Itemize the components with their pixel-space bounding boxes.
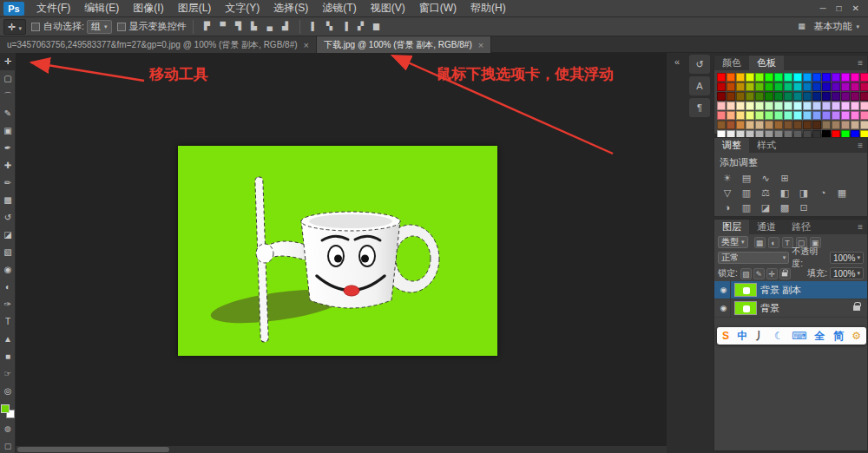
color-swatch[interactable] [727, 82, 735, 91]
history-panel-icon[interactable]: ↺ [689, 55, 710, 74]
photo-filter-icon[interactable]: ◨ [796, 187, 812, 200]
maximize-button[interactable]: □ [837, 0, 842, 16]
character-panel-icon[interactable]: A [689, 76, 710, 95]
color-swatch[interactable] [832, 92, 840, 101]
color-swatch[interactable] [717, 92, 726, 101]
color-swatch[interactable] [774, 121, 783, 129]
menu-item[interactable]: 帮助(H) [464, 0, 513, 16]
swatches-tab[interactable]: 颜色 [714, 56, 749, 70]
color-swatch[interactable] [717, 121, 726, 129]
color-swatch[interactable] [784, 102, 792, 110]
clone-stamp-tool[interactable]: ▩ [0, 192, 16, 209]
layer-thumbnail[interactable] [734, 301, 757, 315]
hue-saturation-icon[interactable]: ▥ [739, 187, 754, 200]
invert-icon[interactable]: ◑ [720, 201, 735, 214]
align-left-edges-icon[interactable]: ▛ [201, 20, 214, 33]
color-swatch[interactable] [774, 111, 783, 120]
color-swatch[interactable] [746, 82, 754, 91]
color-swatch[interactable] [774, 102, 783, 110]
color-swatch[interactable] [717, 111, 726, 120]
color-balance-icon[interactable]: ⚖ [758, 187, 773, 200]
color-swatch[interactable] [860, 92, 868, 101]
color-swatch[interactable] [765, 92, 773, 101]
color-swatch[interactable] [812, 121, 821, 129]
color-swatch[interactable] [717, 82, 726, 91]
color-swatch[interactable] [832, 111, 840, 120]
color-swatch[interactable] [860, 82, 868, 91]
path-selection-tool[interactable]: ▲ [0, 331, 16, 348]
color-swatch[interactable] [755, 82, 764, 91]
align-horizontal-centers-icon[interactable]: ▀ [216, 20, 230, 33]
blur-tool[interactable]: ◉ [0, 261, 16, 279]
curves-icon[interactable]: ∿ [758, 172, 773, 185]
color-swatch[interactable] [717, 102, 726, 110]
color-swatch[interactable] [793, 121, 802, 129]
layers-tab[interactable]: 图层 [714, 220, 749, 234]
color-swatch[interactable] [736, 121, 745, 129]
lock-position-icon[interactable]: ✛ [766, 268, 778, 279]
color-swatch[interactable] [832, 82, 840, 91]
eye-icon[interactable]: ◉ [717, 299, 731, 317]
brush-tool[interactable]: ✏ [0, 174, 16, 192]
foreground-color-swatch[interactable] [1, 404, 10, 413]
color-swatch[interactable] [784, 73, 792, 82]
eye-icon[interactable]: ◉ [717, 281, 731, 299]
gradient-map-icon[interactable]: ▩ [777, 201, 792, 214]
fullwidth-mode-icon[interactable]: 全 [815, 327, 825, 345]
menu-item[interactable]: 文件(F) [30, 0, 77, 16]
color-swatch[interactable] [746, 102, 754, 110]
color-swatch[interactable] [860, 121, 868, 129]
collapse-panels-button[interactable]: « [668, 56, 686, 67]
color-swatch[interactable] [832, 102, 840, 110]
panel-menu-icon[interactable]: ≡ [858, 56, 867, 70]
distribute-left-icon[interactable]: ▞ [354, 20, 368, 33]
posterize-icon[interactable]: ▥ [739, 201, 754, 214]
layer-row[interactable]: ◉背景 [714, 299, 867, 318]
color-swatch[interactable] [727, 121, 735, 129]
spot-healing-brush-tool[interactable]: ✚ [0, 157, 16, 174]
color-swatch[interactable] [803, 92, 812, 101]
color-swatch[interactable] [822, 102, 831, 110]
color-swatch[interactable] [765, 82, 773, 91]
menu-item[interactable]: 滤镜(T) [315, 0, 363, 16]
distribute-vertical-centers-icon[interactable]: ▚ [323, 20, 337, 33]
black-white-icon[interactable]: ◧ [777, 187, 792, 200]
color-swatch[interactable] [746, 73, 754, 82]
menu-item[interactable]: 窗口(W) [412, 0, 464, 16]
document-tab[interactable]: u=3457063756,249583377&fm=27&gp=0.jpg @ … [0, 36, 317, 53]
document-image[interactable] [178, 146, 497, 356]
color-swatch[interactable] [746, 111, 754, 120]
lock-image-pixels-icon[interactable]: ✎ [753, 268, 765, 279]
color-swatch[interactable] [812, 82, 821, 91]
color-swatch[interactable] [803, 102, 812, 110]
filter-pixel-layers-icon[interactable]: ▦ [754, 237, 766, 248]
vibrance-icon[interactable]: ▽ [720, 187, 735, 200]
color-swatch[interactable] [746, 92, 754, 101]
color-swatch[interactable] [851, 92, 859, 101]
document-tab[interactable]: 下载.jpg @ 100% (背景 副本, RGB/8#)× [317, 36, 491, 53]
swatches-tab[interactable]: 色板 [749, 56, 784, 70]
color-swatch[interactable] [860, 111, 868, 120]
color-swatch[interactable] [717, 73, 726, 82]
color-swatch[interactable] [851, 111, 859, 120]
color-swatch[interactable] [812, 102, 821, 110]
color-swatch[interactable] [793, 82, 802, 91]
color-swatch[interactable] [803, 73, 812, 82]
menu-item[interactable]: 图层(L) [171, 0, 219, 16]
color-swatch[interactable] [755, 121, 764, 129]
eyedropper-tool[interactable]: ✒ [0, 140, 16, 157]
color-swatch[interactable] [727, 73, 735, 82]
align-vertical-centers-icon[interactable]: ▄ [263, 20, 277, 33]
color-swatch[interactable] [841, 73, 850, 82]
brightness-contrast-icon[interactable]: ☀ [720, 172, 735, 185]
color-swatch[interactable] [774, 92, 783, 101]
layers-tab[interactable]: 通道 [749, 220, 784, 234]
panel-menu-icon[interactable]: ≡ [858, 220, 867, 234]
color-swatch[interactable] [755, 73, 764, 82]
layer-thumbnail[interactable] [734, 283, 757, 297]
color-swatch[interactable] [793, 92, 802, 101]
color-swatch[interactable] [765, 111, 773, 120]
auto-select-checkbox[interactable] [31, 23, 40, 31]
color-swatch[interactable] [793, 102, 802, 110]
show-transform-checkbox[interactable] [117, 23, 126, 31]
